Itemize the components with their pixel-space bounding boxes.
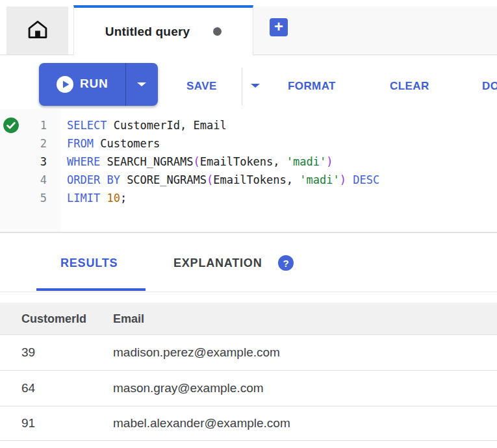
download-button[interactable]: DO [482,80,497,93]
clear-button[interactable]: CLEAR [390,80,429,93]
code-line[interactable]: 1SELECT CustomerId, Email [0,116,497,134]
table-header-row: CustomerId Email [0,303,497,335]
table-body: 39madison.perez@example.com64mason.gray@… [0,335,497,441]
cell-customer-id: 91 [0,406,113,440]
run-button[interactable]: RUN [39,63,158,106]
line-number: 4 [0,171,47,189]
tab-results[interactable]: RESULTS [60,256,118,270]
code-line[interactable]: 4ORDER BY SCORE_NGRAMS(EmailTokens, 'mad… [0,171,497,189]
home-button[interactable] [6,6,68,55]
tab-untitled-query[interactable]: Untitled query [73,5,253,55]
run-dropdown-caret-icon[interactable] [137,82,146,86]
explanation-help-icon[interactable]: ? [278,255,294,271]
save-button[interactable]: SAVE [186,80,217,93]
toolbar-divider [242,68,242,105]
cell-email: mason.gray@example.com [113,371,497,406]
save-dropdown-caret-icon[interactable] [251,84,260,88]
line-number: 3 [0,153,47,171]
table-row[interactable]: 39madison.perez@example.com [0,335,497,371]
table-row[interactable]: 91mabel.alexander@example.com [0,406,497,441]
query-editor-window: Untitled query + RUN SAVE FORMAT CLEAR D… [0,0,497,448]
results-table: CustomerId Email 39madison.perez@example… [0,303,497,441]
sql-editor[interactable]: 1SELECT CustomerId, Email2FROM Customers… [0,109,497,232]
table-row[interactable]: 64mason.gray@example.com [0,371,497,406]
code-text: LIMIT 10; [47,189,127,207]
code-line[interactable]: 3WHERE SEARCH_NGRAMS(EmailTokens, 'madi'… [0,153,497,171]
line-number: 1 [0,116,47,134]
tab-explanation[interactable]: EXPLANATION [173,256,262,270]
tab-strip-background [254,6,497,55]
line-number: 2 [0,134,47,153]
code-text: SELECT CustomerId, Email [47,116,227,134]
cell-email: madison.perez@example.com [113,335,497,370]
tab-title: Untitled query [105,25,190,39]
home-icon [26,18,49,44]
code-text: WHERE SEARCH_NGRAMS(EmailTokens, 'madi') [47,153,333,171]
column-header-email[interactable]: Email [113,303,497,334]
cell-email: mabel.alexander@example.com [113,406,497,440]
code-area[interactable]: 1SELECT CustomerId, Email2FROM Customers… [0,116,497,207]
code-line[interactable]: 2FROM Customers [0,134,497,153]
play-circle-icon [57,76,73,95]
code-text: FROM Customers [47,134,160,153]
line-number: 5 [0,189,47,207]
results-tabs-divider [0,292,497,292]
code-text: ORDER BY SCORE_NGRAMS(EmailTokens, 'madi… [47,171,379,189]
plus-icon: + [274,19,283,34]
cell-customer-id: 39 [0,335,113,370]
format-button[interactable]: FORMAT [288,80,336,93]
cell-customer-id: 64 [0,371,113,406]
run-button-label: RUN [80,77,108,91]
run-split-divider [125,63,126,106]
new-query-tab-button[interactable]: + [270,18,288,36]
editor-results-divider [0,232,497,233]
code-line[interactable]: 5LIMIT 10; [0,189,497,207]
active-tab-underline [36,288,146,291]
column-header-customer-id[interactable]: CustomerId [0,303,113,334]
unsaved-changes-dot-icon [213,27,222,36]
